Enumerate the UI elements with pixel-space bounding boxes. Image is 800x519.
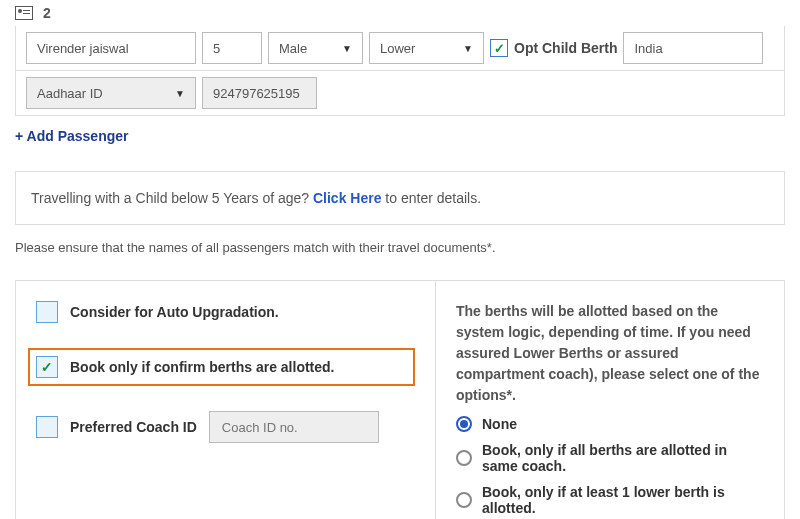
right-options-column: The berths will be allotted based on the… <box>436 281 784 519</box>
auto-upgrade-checkbox[interactable] <box>36 301 58 323</box>
opt-child-berth-wrap: Opt Child Berth <box>490 32 617 64</box>
preferred-coach-label: Preferred Coach ID <box>70 419 197 435</box>
radio-one-lower[interactable] <box>456 492 472 508</box>
radio-one-lower-row: Book, only if at least 1 lower berth is … <box>456 484 764 516</box>
passenger-header: 2 <box>15 0 785 26</box>
coach-id-input[interactable] <box>209 411 379 443</box>
click-here-link[interactable]: Click Here <box>313 190 381 206</box>
passenger-number: 2 <box>43 5 51 21</box>
auto-upgrade-label: Consider for Auto Upgradation. <box>70 304 279 320</box>
passenger-form-row-1: Virender jaiswal 5 Male▼ Lower▼ Opt Chil… <box>15 26 785 71</box>
booking-options-section: Consider for Auto Upgradation. Book only… <box>15 280 785 519</box>
preferred-coach-row: Preferred Coach ID <box>36 411 415 443</box>
radio-none[interactable] <box>456 416 472 432</box>
add-passenger-link[interactable]: + Add Passenger <box>15 116 785 156</box>
age-input[interactable]: 5 <box>202 32 262 64</box>
confirm-berths-checkbox[interactable] <box>36 356 58 378</box>
child-info-prefix: Travelling with a Child below 5 Years of… <box>31 190 313 206</box>
radio-same-coach-row: Book, only if all berths are allotted in… <box>456 442 764 474</box>
radio-none-row: None <box>456 416 764 432</box>
chevron-down-icon: ▼ <box>175 88 185 99</box>
confirm-berths-label: Book only if confirm berths are allotted… <box>70 359 334 375</box>
country-input[interactable]: India <box>623 32 763 64</box>
radio-one-lower-label: Book, only if at least 1 lower berth is … <box>482 484 764 516</box>
berth-allotment-intro: The berths will be allotted based on the… <box>456 301 764 406</box>
left-options-column: Consider for Auto Upgradation. Book only… <box>16 281 436 519</box>
name-input[interactable]: Virender jaiswal <box>26 32 196 64</box>
confirm-berths-row: Book only if confirm berths are allotted… <box>28 348 415 386</box>
auto-upgrade-row: Consider for Auto Upgradation. <box>36 301 415 323</box>
gender-select[interactable]: Male▼ <box>268 32 363 64</box>
passenger-form-row-2: Aadhaar ID▼ 924797625195 <box>15 71 785 116</box>
opt-child-berth-checkbox[interactable] <box>490 39 508 57</box>
id-type-select[interactable]: Aadhaar ID▼ <box>26 77 196 109</box>
chevron-down-icon: ▼ <box>463 43 473 54</box>
chevron-down-icon: ▼ <box>342 43 352 54</box>
id-number-input[interactable]: 924797625195 <box>202 77 317 109</box>
radio-same-coach[interactable] <box>456 450 472 466</box>
child-info-suffix: to enter details. <box>381 190 481 206</box>
id-card-icon <box>15 6 33 20</box>
preferred-coach-checkbox[interactable] <box>36 416 58 438</box>
radio-same-coach-label: Book, only if all berths are allotted in… <box>482 442 764 474</box>
match-documents-note: Please ensure that the names of all pass… <box>15 225 785 270</box>
child-info-box: Travelling with a Child below 5 Years of… <box>15 171 785 225</box>
opt-child-berth-label: Opt Child Berth <box>514 40 617 56</box>
radio-none-label: None <box>482 416 517 432</box>
berth-select[interactable]: Lower▼ <box>369 32 484 64</box>
